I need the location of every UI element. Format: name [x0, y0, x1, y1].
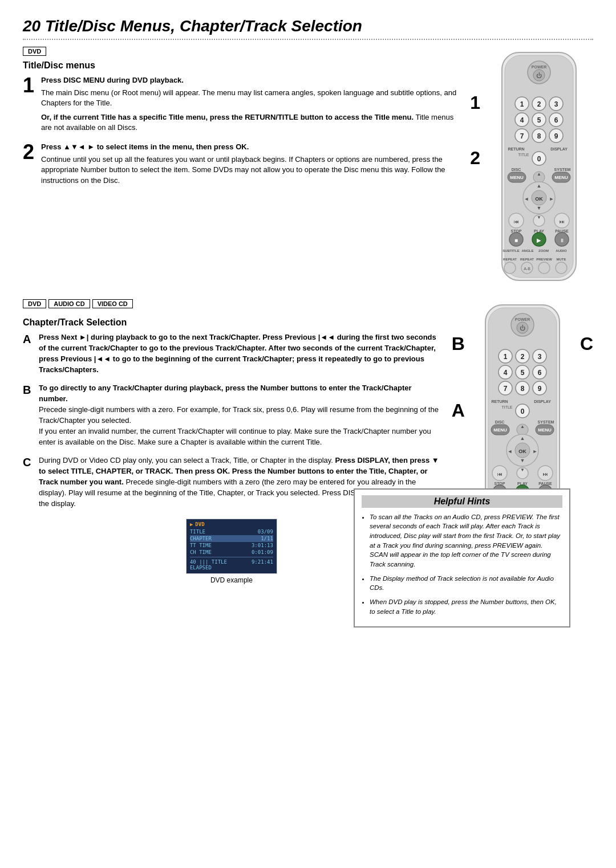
svg-text:3: 3 [554, 100, 558, 108]
svg-text:2: 2 [521, 353, 525, 361]
step-2: 2 Press ▲▼◄ ► to select items in the men… [23, 142, 459, 188]
callout-numbers: 1 2 [470, 47, 480, 169]
svg-text:1: 1 [520, 100, 524, 108]
hint-item-3: When DVD play is stopped, press the Numb… [370, 597, 562, 616]
svg-text:TITLE: TITLE [518, 153, 529, 157]
screen-row-title: TITLE03/09 [190, 528, 273, 535]
svg-text:MENU: MENU [538, 427, 552, 433]
svg-text:⏭: ⏭ [560, 219, 565, 225]
step-a-content: Press Next ►| during playback to go to t… [39, 332, 440, 375]
remote-1-wrapper: 1 2 POWER ⏻ 1 [470, 47, 593, 288]
step-a: A Press Next ►| during playback to go to… [23, 332, 440, 375]
svg-text:MENU: MENU [493, 427, 507, 433]
step-c-text-intro: During DVD or Video CD play only, you ca… [39, 456, 333, 464]
svg-text:A-B: A-B [524, 267, 530, 271]
step-1: 1 Press DISC MENU during DVD playback. T… [23, 75, 459, 135]
svg-text:⏻: ⏻ [520, 325, 525, 331]
svg-text:▼: ▼ [537, 205, 542, 211]
svg-text:▲: ▲ [537, 183, 542, 189]
svg-text:AUDIO: AUDIO [556, 249, 567, 252]
svg-text:►: ► [532, 449, 537, 454]
svg-text:⏸: ⏸ [560, 238, 565, 243]
callout-letters-left: B A [452, 299, 465, 421]
svg-text:8: 8 [537, 132, 541, 140]
svg-text:MENU: MENU [554, 175, 568, 180]
svg-text:REPEAT: REPEAT [520, 258, 534, 261]
svg-text:MENU: MENU [510, 175, 524, 180]
step-1-content: Press DISC MENU during DVD playback. The… [41, 75, 459, 135]
step2-bold-intro: Press ▲▼◄ ► to select items in the menu,… [41, 142, 249, 151]
screen-row-ch-time: CH TIME0:01:09 [190, 549, 273, 556]
svg-text:REPEAT: REPEAT [503, 258, 517, 261]
svg-text:⏻: ⏻ [536, 72, 542, 79]
divider [23, 39, 593, 40]
svg-text:7: 7 [504, 385, 508, 393]
svg-text:9: 9 [538, 385, 542, 393]
callout-c: C [580, 333, 593, 354]
svg-text:■: ■ [514, 237, 518, 243]
helpful-hints-title: Helpful Hints [362, 495, 562, 508]
remote-svg-1: POWER ⏻ 1 2 3 4 5 6 [485, 47, 593, 286]
callout-b: B [452, 333, 465, 354]
svg-text:◄: ◄ [507, 449, 512, 454]
svg-text:POWER: POWER [532, 65, 546, 69]
remote-1: POWER ⏻ 1 2 3 4 5 6 [485, 47, 593, 288]
callout-a: A [452, 400, 465, 421]
svg-text:7: 7 [520, 132, 524, 140]
step-b-content: To go directly to any Track/Chapter duri… [39, 383, 440, 447]
svg-text:▼: ▼ [537, 215, 541, 220]
svg-text:RETURN: RETURN [491, 400, 508, 404]
svg-text:9: 9 [554, 132, 558, 140]
svg-point-67 [504, 262, 516, 274]
step2-text: Continue until you set up all the featur… [41, 154, 459, 186]
step-a-bold: Press Next ►| during playback to go to t… [39, 333, 436, 374]
step-label-c: C [23, 455, 34, 509]
svg-text:3: 3 [538, 353, 542, 361]
svg-text:SYSTEM: SYSTEM [554, 168, 571, 172]
badge-video-cd: VIDEO CD [92, 299, 133, 308]
svg-text:►: ► [549, 196, 554, 202]
svg-text:OK: OK [535, 196, 543, 202]
svg-text:OK: OK [518, 449, 526, 454]
svg-text:⏮: ⏮ [497, 471, 502, 477]
svg-text:▼: ▼ [520, 458, 525, 463]
svg-text:▲: ▲ [520, 424, 525, 429]
step1-bold2: Or, if the current Title has a specific … [41, 113, 414, 121]
badge-audio-cd: AUDIO CD [48, 299, 90, 308]
page-title: 20 Title/Disc Menus, Chapter/Track Selec… [23, 17, 593, 35]
helpful-hints-box: Helpful Hints To scan all the Tracks on … [354, 488, 570, 628]
screen-row-elapsed: 40 ||| TITLE ELAPSED9:21:41 [190, 557, 273, 571]
svg-text:▲: ▲ [520, 435, 525, 441]
callout-2: 2 [470, 148, 480, 169]
svg-text:⏭: ⏭ [542, 471, 548, 477]
title-disc-section: DVD Title/Disc menus 1 Press DISC MENU d… [23, 47, 593, 288]
dvd-badge: DVD [23, 47, 46, 56]
screen-row-chapter: CHAPTER1/11 [190, 535, 273, 542]
svg-text:▲: ▲ [537, 172, 541, 177]
svg-text:◄: ◄ [524, 196, 529, 202]
svg-text:ANGLE: ANGLE [522, 249, 534, 252]
badges-row: DVD AUDIO CD VIDEO CD [23, 299, 440, 313]
svg-text:SUBTITLE: SUBTITLE [502, 249, 519, 252]
svg-point-71 [556, 262, 567, 274]
step-label-a: A [23, 332, 34, 375]
hint-item-1: To scan all the Tracks on an Audio CD, p… [370, 512, 562, 569]
svg-text:2: 2 [537, 100, 541, 108]
svg-text:4: 4 [520, 116, 524, 124]
helpful-hints-wrapper: Helpful Hints To scan all the Tracks on … [354, 488, 570, 628]
step-number-2: 2 [23, 142, 37, 188]
svg-text:0: 0 [521, 407, 525, 415]
step-b-text: Precede single-digit numbers with a zero… [39, 405, 440, 447]
svg-text:DISPLAY: DISPLAY [550, 147, 568, 151]
svg-text:▶: ▶ [537, 237, 541, 243]
svg-text:5: 5 [537, 116, 541, 124]
svg-text:8: 8 [521, 385, 525, 393]
dvd-screen: ▶ DVD TITLE03/09 CHAPTER1/11 TT TIME3:01… [186, 519, 277, 574]
svg-text:5: 5 [521, 369, 525, 377]
svg-text:⏮: ⏮ [514, 219, 519, 225]
step1-text1: The main Disc menu (or Root menu) will a… [41, 88, 459, 108]
svg-text:DISC: DISC [512, 168, 521, 172]
step1-bold-intro: Press DISC MENU during DVD playback. [41, 76, 184, 84]
callout-letters-right: C [580, 299, 593, 354]
svg-text:DISC: DISC [495, 420, 505, 424]
